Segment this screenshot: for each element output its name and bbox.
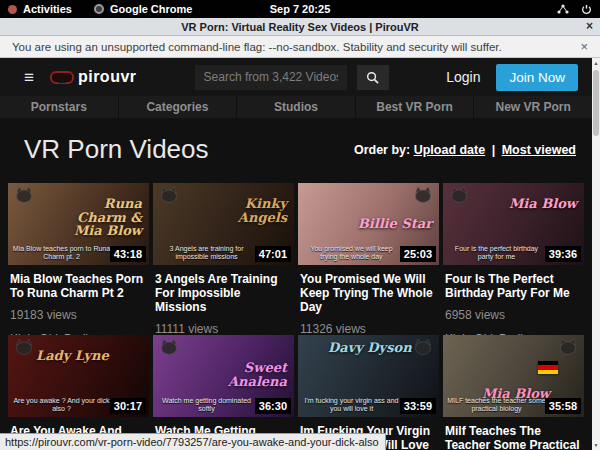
order-by-label: Order by:	[354, 143, 410, 157]
video-thumbnail[interactable]: Lady Lyne Are you awake ? And your dick …	[8, 335, 149, 417]
page-content: ≡ pirouvr Login Join Now Pornstars Categ…	[0, 58, 592, 450]
warning-infobar: You are using an unsupported command-lin…	[0, 36, 600, 58]
tab-title: VR Porn: Virtual Reality Sex Videos | Pi…	[181, 21, 418, 33]
thumbnail-overlay-name: Lady Lyne	[36, 349, 109, 363]
thumbnail-overlay-name: Mia Blow	[509, 197, 577, 211]
main-nav: Pornstars Categories Studios Best VR Por…	[0, 96, 592, 118]
cat-mask-logo-icon	[159, 186, 179, 207]
video-thumbnail[interactable]: Runa Charm & Mia Blow Mia Blow teaches p…	[8, 183, 149, 265]
thumbnail-caption: Are you awake ? And your dick also ?	[12, 397, 111, 415]
cat-mask-logo-icon	[449, 186, 469, 207]
video-thumbnail[interactable]: Davy Dyson I'm fucking your virgin ass a…	[298, 335, 439, 417]
thumbnail-overlay-name: Billie Star	[358, 217, 432, 231]
video-title[interactable]: You Promised We Will Keep Trying The Who…	[300, 272, 437, 314]
thumbnail-caption: MILF teaches the teacher some practical …	[447, 397, 546, 415]
window-close-icon[interactable]: ×	[586, 19, 593, 33]
video-thumbnail[interactable]: Mia Blow MILF teaches the teacher some p…	[443, 335, 584, 417]
warning-text: You are using an unsupported command-lin…	[12, 41, 502, 53]
video-thumbnail[interactable]: Mia Blow Four is the perfect birthday pa…	[443, 183, 584, 265]
thumbnail-overlay-name: Sweet Analena	[200, 361, 287, 388]
nav-item-pornstars[interactable]: Pornstars	[0, 96, 119, 118]
cat-mask-logo-icon	[159, 338, 179, 359]
page-title: VR Porn Videos	[24, 134, 209, 165]
video-thumbnail[interactable]: Kinky Angels 3 Angels are training for i…	[153, 183, 294, 265]
video-card[interactable]: Billie Star You promised we will keep tr…	[298, 183, 439, 335]
status-url-tooltip: https://pirouvr.com/vr-porn-video/779325…	[0, 433, 386, 450]
menu-hamburger-icon[interactable]: ≡	[24, 69, 34, 86]
network-icon[interactable]	[557, 4, 569, 14]
thumbnail-overlay-name: Davy Dyson	[328, 341, 412, 355]
thumbnail-caption: Four is the perfect birthday party for m…	[447, 245, 546, 263]
clock[interactable]: Sep 7 20:25	[0, 3, 600, 15]
video-card[interactable]: Kinky Angels 3 Angels are training for i…	[153, 183, 294, 335]
video-grid: Runa Charm & Mia Blow Mia Blow teaches p…	[8, 183, 584, 450]
system-top-bar: Activities Google Chrome Sep 7 20:25	[0, 0, 600, 18]
order-by-most-viewed-link[interactable]: Most viewed	[502, 143, 576, 157]
vr-goggles-icon	[50, 71, 74, 84]
thumbnail-caption: 3 Angels are training for impossible mis…	[157, 245, 256, 263]
duration-badge: 47:01	[255, 246, 291, 262]
duration-badge: 36:30	[255, 398, 291, 414]
duration-badge: 43:18	[110, 246, 146, 262]
scroll-up-icon[interactable]: ▲	[592, 58, 600, 68]
login-link[interactable]: Login	[446, 69, 480, 85]
thumbnail-caption: I'm fucking your virgin ass and you will…	[302, 397, 401, 415]
cat-mask-logo-icon	[558, 338, 578, 359]
nav-item-best-vr-porn[interactable]: Best VR Porn	[356, 96, 475, 118]
search-button[interactable]	[357, 65, 389, 90]
nav-item-studios[interactable]: Studios	[237, 96, 356, 118]
duration-badge: 25:03	[400, 246, 436, 262]
video-thumbnail[interactable]: Billie Star You promised we will keep tr…	[298, 183, 439, 265]
order-separator: |	[492, 143, 496, 157]
duration-badge: 33:59	[400, 398, 436, 414]
site-header: ≡ pirouvr Login Join Now	[0, 58, 592, 96]
cat-mask-logo-icon	[14, 186, 34, 207]
video-card[interactable]: Runa Charm & Mia Blow Mia Blow teaches p…	[8, 183, 149, 335]
thumbnail-overlay-name: Runa Charm & Mia Blow	[55, 197, 142, 238]
nav-item-new-vr-porn[interactable]: New VR Porn	[474, 96, 592, 118]
order-by-upload-date-link[interactable]: Upload date	[414, 143, 486, 157]
thumbnail-overlay-name: Kinky Angels	[200, 197, 287, 224]
duration-badge: 35:58	[545, 398, 581, 414]
search-input[interactable]	[195, 65, 347, 90]
german-flag-icon	[538, 361, 558, 374]
video-card[interactable]: Mia Blow MILF teaches the teacher some p…	[443, 335, 584, 450]
search-bar	[195, 65, 389, 90]
scrollbar[interactable]: ▲ ▼	[592, 58, 600, 450]
order-by-controls: Order by: Upload date | Most viewed	[354, 143, 576, 157]
site-logo[interactable]: pirouvr	[50, 68, 137, 86]
video-views: 6958 views	[443, 308, 584, 322]
scrollbar-thumb[interactable]	[593, 70, 599, 136]
video-title[interactable]: Milf Teaches The Teacher Some Practical …	[445, 424, 582, 450]
search-icon	[366, 71, 379, 84]
video-title[interactable]: 3 Angels Are Training For Impossible Mis…	[155, 272, 292, 314]
video-title[interactable]: Four Is The Perfect Birthday Party For M…	[445, 272, 582, 300]
cat-mask-logo-icon	[413, 186, 433, 207]
video-title[interactable]: Mia Blow Teaches Porn To Runa Charm Pt 2	[10, 272, 147, 300]
browser-title-bar[interactable]: VR Porn: Virtual Reality Sex Videos | Pi…	[0, 18, 600, 36]
join-now-button[interactable]: Join Now	[496, 64, 578, 91]
cat-mask-logo-icon	[14, 338, 34, 359]
thumbnail-caption: Mia Blow teaches porn to Runa Charm pt. …	[12, 245, 111, 263]
video-card[interactable]: Mia Blow Four is the perfect birthday pa…	[443, 183, 584, 335]
thumbnail-caption: Watch me getting dominated softly	[157, 397, 256, 415]
video-views: 19183 views	[8, 308, 149, 322]
nav-item-categories[interactable]: Categories	[119, 96, 238, 118]
site-logo-text: pirouvr	[78, 68, 137, 86]
duration-badge: 30:17	[110, 398, 146, 414]
warning-close-icon[interactable]: ×	[580, 39, 588, 54]
cat-mask-logo-icon	[413, 338, 433, 359]
scroll-down-icon[interactable]: ▼	[592, 440, 600, 450]
video-thumbnail[interactable]: Sweet Analena Watch me getting dominated…	[153, 335, 294, 417]
thumbnail-caption: You promised we will keep trying the who…	[302, 245, 401, 263]
power-icon[interactable]	[581, 4, 592, 15]
duration-badge: 39:36	[545, 246, 581, 262]
